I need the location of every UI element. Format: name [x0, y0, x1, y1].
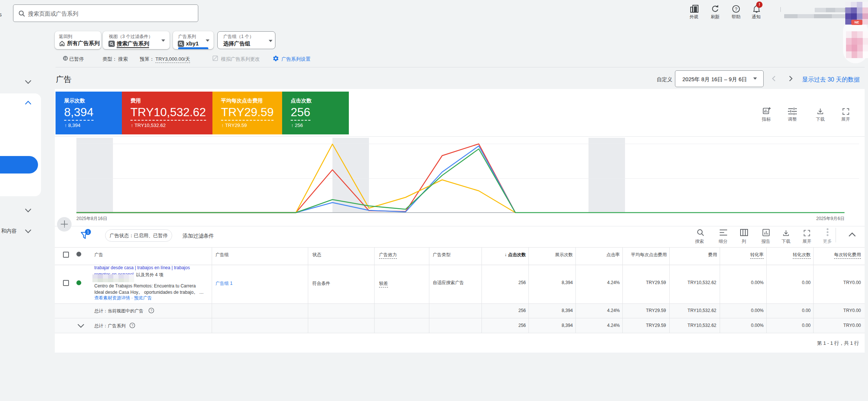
svg-text:2025年8月16日: 2025年8月16日 — [76, 216, 107, 221]
svg-text:?: ? — [735, 6, 737, 12]
svg-text:?: ? — [150, 309, 152, 312]
svg-text:2025年9月6日: 2025年9月6日 — [816, 216, 845, 221]
svg-text:?: ? — [131, 324, 133, 327]
